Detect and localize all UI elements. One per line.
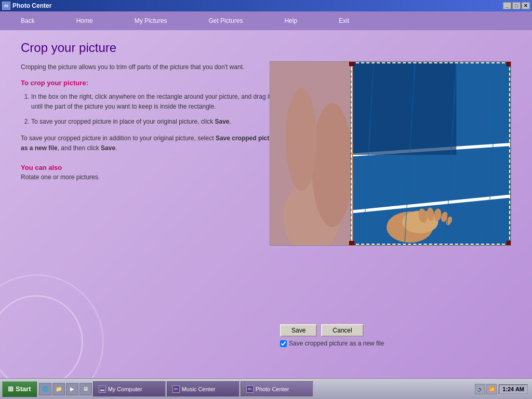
rotate-text: Rotate one or more pictures. bbox=[21, 174, 281, 181]
svg-rect-15 bbox=[353, 62, 456, 155]
button-row: Save Cancel bbox=[280, 324, 364, 337]
save-as-new-checkbox-label[interactable]: Save cropped picture as a new file bbox=[289, 340, 384, 347]
step2-save-label: Save bbox=[215, 118, 230, 125]
deco-circle-2 bbox=[0, 274, 104, 378]
instructions: In the box on the right, click anywhere … bbox=[21, 92, 281, 153]
you-can-also: You can also Rotate one or more pictures… bbox=[21, 164, 281, 181]
music-center-label: Music Center bbox=[182, 386, 216, 392]
taskbar-quick-launch: 🌐 📁 ▶ 🖥 bbox=[39, 383, 92, 395]
close-button[interactable]: ✕ bbox=[522, 2, 530, 9]
you-can-also-title: You can also bbox=[21, 164, 281, 171]
taskbar-media-icon[interactable]: ▶ bbox=[66, 383, 78, 395]
save-as-new-checkbox[interactable] bbox=[280, 340, 287, 347]
taskbar-ie-icon[interactable]: 🌐 bbox=[39, 383, 51, 395]
taskbar-right: 🔊 📶 1:24 AM bbox=[473, 384, 530, 394]
actions-area: Save Cancel Save cropped picture as a ne… bbox=[270, 324, 511, 347]
nav-my-pictures[interactable]: My Pictures bbox=[114, 11, 188, 30]
window-controls: _ □ ✕ bbox=[503, 2, 530, 9]
taskbar-tools-icon[interactable]: 🖥 bbox=[79, 383, 92, 395]
minimize-button[interactable]: _ bbox=[503, 2, 511, 9]
save-as-new-label: Save cropped picture as a new file bbox=[21, 135, 279, 152]
start-button[interactable]: ⊞ Start bbox=[2, 381, 37, 397]
music-center-icon: m bbox=[172, 385, 180, 393]
nav-bar: Back Home My Pictures Get Pictures Help … bbox=[0, 11, 532, 30]
main-content: Crop your picture Cropping the picture a… bbox=[0, 30, 532, 378]
image-area bbox=[270, 61, 511, 246]
photo-center-icon: m bbox=[246, 385, 254, 393]
taskbar-folder-icon[interactable]: 📁 bbox=[52, 383, 65, 395]
save-button[interactable]: Save bbox=[280, 324, 317, 337]
additional-info: To save your cropped picture in addition… bbox=[21, 134, 281, 153]
my-computer-icon: 💻 bbox=[99, 385, 106, 393]
maximize-button[interactable]: □ bbox=[512, 2, 521, 9]
taskbar-music-center[interactable]: m Music Center bbox=[167, 381, 240, 397]
network-icon: 📶 bbox=[486, 384, 497, 394]
para2-save-label: Save bbox=[101, 144, 115, 152]
nav-exit[interactable]: Exit bbox=[318, 11, 370, 30]
my-computer-label: My Computer bbox=[108, 386, 142, 392]
clock: 1:24 AM bbox=[499, 384, 528, 394]
photo-svg bbox=[270, 62, 511, 245]
start-label: Start bbox=[16, 385, 31, 393]
title-bar-text: Photo Center bbox=[12, 2, 51, 9]
sys-icons: 🔊 📶 bbox=[475, 384, 497, 394]
page-title: Crop your picture bbox=[21, 41, 511, 55]
volume-icon[interactable]: 🔊 bbox=[475, 384, 485, 394]
nav-help[interactable]: Help bbox=[263, 11, 318, 30]
svg-point-3 bbox=[312, 103, 353, 228]
svg-point-4 bbox=[286, 88, 317, 191]
taskbar: ⊞ Start 🌐 📁 ▶ 🖥 💻 My Computer m Music Ce… bbox=[0, 378, 532, 399]
photo-center-label: Photo Center bbox=[256, 386, 289, 392]
checkbox-row: Save cropped picture as a new file bbox=[280, 340, 384, 347]
start-icon: ⊞ bbox=[8, 385, 14, 393]
step-2: To save your cropped picture in place of… bbox=[31, 117, 281, 127]
left-panel: In the box on the right, click anywhere … bbox=[21, 92, 281, 181]
taskbar-my-computer[interactable]: 💻 My Computer bbox=[93, 381, 166, 397]
app-icon: m bbox=[2, 2, 10, 10]
nav-get-pictures[interactable]: Get Pictures bbox=[188, 11, 263, 30]
nav-home[interactable]: Home bbox=[56, 11, 114, 30]
title-bar: m Photo Center _ □ ✕ bbox=[0, 0, 532, 11]
step-1: In the box on the right, click anywhere … bbox=[31, 92, 281, 112]
cancel-button[interactable]: Cancel bbox=[321, 324, 363, 337]
taskbar-photo-center[interactable]: m Photo Center bbox=[241, 381, 313, 397]
nav-back[interactable]: Back bbox=[0, 11, 56, 30]
